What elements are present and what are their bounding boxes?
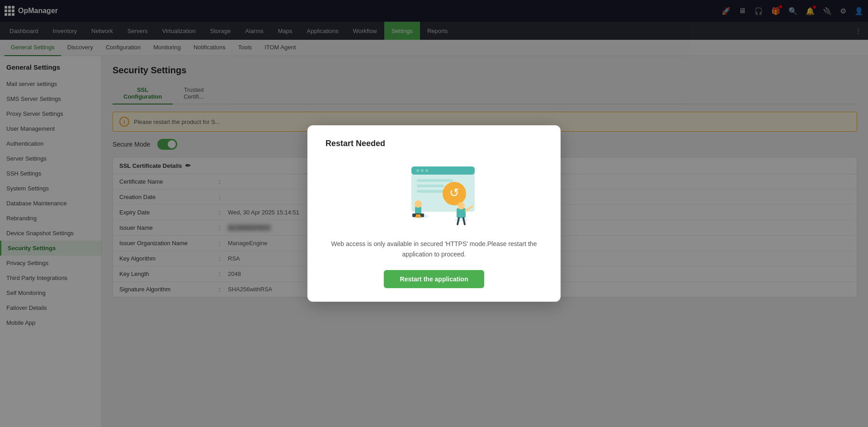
- svg-text:↺: ↺: [449, 186, 459, 199]
- modal-title: Restart Needed: [326, 139, 542, 148]
- restart-illustration-svg: ↺: [384, 157, 484, 230]
- modal-message: Web access is only available in secured …: [326, 239, 542, 259]
- modal-overlay[interactable]: Restart Needed ↺: [0, 0, 868, 427]
- modal-illustration: ↺: [384, 157, 484, 230]
- restart-button[interactable]: Restart the application: [384, 270, 485, 288]
- svg-point-4: [425, 169, 428, 172]
- svg-rect-15: [415, 216, 421, 218]
- svg-point-18: [458, 202, 465, 209]
- svg-rect-5: [417, 179, 453, 182]
- svg-rect-6: [417, 185, 444, 187]
- restart-modal: Restart Needed ↺: [307, 125, 561, 302]
- svg-rect-17: [457, 208, 466, 218]
- svg-point-3: [421, 169, 424, 172]
- svg-point-16: [455, 218, 467, 222]
- svg-point-2: [416, 169, 419, 172]
- svg-point-12: [415, 200, 422, 208]
